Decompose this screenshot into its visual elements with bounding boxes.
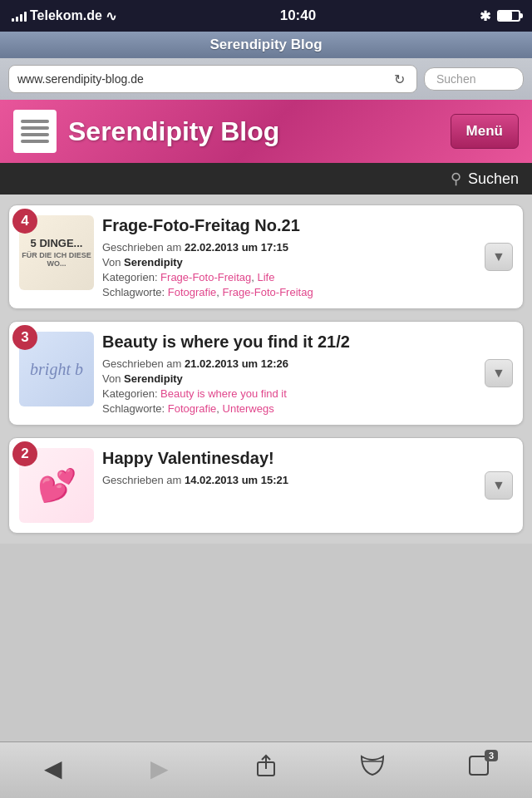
posts-content: 5 DINGE... FÜR DIE ICH DIESE WO... 4 Fra… [0,195,532,544]
post-categories-2: Kategorien: Beauty is where you find it [102,387,476,400]
status-left: Telekom.de ∿ [12,8,116,24]
search-placeholder: Suchen [436,72,475,86]
search-bar: ⚲ Suchen [0,163,532,195]
back-icon: ◀ [44,755,62,782]
tabs-icon: 3 [468,755,490,782]
post-categories-1: Kategorien: Frage-Foto-Freitag, Life [102,271,476,283]
bluetooth-icon: ✱ [480,8,490,24]
clock: 10:40 [280,7,316,24]
forward-icon: ▶ [150,755,169,782]
expand-button-2[interactable]: ▼ [485,359,513,387]
expand-button-1[interactable]: ▼ [485,243,513,271]
search-bar-label: Suchen [468,170,519,188]
tabs-button[interactable]: 3 [450,751,508,786]
status-bar: Telekom.de ∿ 10:40 ✱ [0,0,532,32]
post-date-2: Geschrieben am 21.02.2013 um 12:26 [102,357,476,370]
post-title-3[interactable]: Happy Valentinesday! [102,448,476,468]
tabs-count: 3 [485,750,498,761]
post-card-2: bright b 3 Beauty is where you find it 2… [8,321,524,426]
search-icon: ⚲ [451,170,461,188]
post-thumb-wrap-2: bright b 3 [19,332,94,406]
post-date-3: Geschrieben am 14.02.2013 um 15:21 [102,474,476,486]
url-bar: www.serendipity-blog.de ↻ Suchen [0,58,532,100]
signal-icon [12,10,27,22]
bookmarks-button[interactable] [343,751,401,786]
refresh-button[interactable]: ↻ [390,70,408,88]
share-icon [254,754,278,783]
browser-search-input[interactable]: Suchen [424,67,524,91]
post-author-1: Von Serendipity [102,256,476,268]
url-text: www.serendipity-blog.de [17,72,385,86]
share-button[interactable] [237,751,295,786]
back-button[interactable]: ◀ [24,751,82,786]
logo-lines-icon [21,120,49,143]
post-card-1: 5 DINGE... FÜR DIE ICH DIESE WO... 4 Fra… [8,204,524,309]
battery-icon [497,10,520,22]
post-info-1: Frage-Foto-Freitag No.21 Geschrieben am … [102,215,476,298]
post-info-2: Beauty is where you find it 21/2 Geschri… [102,332,476,415]
url-input-wrap[interactable]: www.serendipity-blog.de ↻ [8,65,417,93]
post-thumb-wrap-3: 💕 2 [19,448,94,523]
post-title-1[interactable]: Frage-Foto-Freitag No.21 [102,215,476,235]
post-badge-3: 2 [12,441,37,466]
bottom-nav: ◀ ▶ 3 [0,741,532,798]
browser-title: Serendipity Blog [209,37,322,52]
menu-button[interactable]: Menü [451,114,519,149]
post-author-2: Von Serendipity [102,372,476,385]
carrier-label: Telekom.de [30,8,102,23]
forward-button[interactable]: ▶ [131,751,189,786]
post-title-2[interactable]: Beauty is where you find it 21/2 [102,332,476,352]
bookmarks-icon [360,755,385,782]
blog-header: Serendipity Blog Menü [0,100,532,163]
blog-logo [13,110,57,153]
post-badge-2: 3 [12,325,37,350]
status-right: ✱ [480,8,520,24]
wifi-icon: ∿ [106,8,116,24]
post-thumb-wrap-1: 5 DINGE... FÜR DIE ICH DIESE WO... 4 [19,215,94,290]
post-date-1: Geschrieben am 22.02.2013 um 17:15 [102,241,476,254]
expand-button-3[interactable]: ▼ [485,471,513,500]
post-badge-1: 4 [12,209,37,234]
post-info-3: Happy Valentinesday! Geschrieben am 14.0… [102,448,476,486]
blog-title: Serendipity Blog [68,116,439,147]
browser-title-bar: Serendipity Blog [0,32,532,58]
post-tags-1: Schlagworte: Fotografie, Frage-Foto-Frei… [102,286,476,298]
post-tags-2: Schlagworte: Fotografie, Unterwegs [102,402,476,415]
post-card-3: 💕 2 Happy Valentinesday! Geschrieben am … [8,437,524,534]
